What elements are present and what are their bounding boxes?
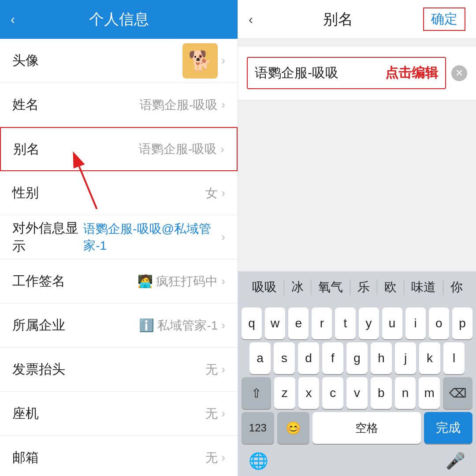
key-y[interactable]: y: [359, 307, 379, 339]
right-title: 别名: [323, 9, 353, 30]
shift-key[interactable]: ⇧: [242, 377, 271, 409]
keyboard-row-2: a s d f g h j k l: [242, 342, 472, 374]
key-r[interactable]: r: [312, 307, 332, 339]
alias-chevron: ›: [220, 142, 224, 156]
right-header: ‹ 别名 确定: [238, 0, 476, 39]
email-value: 无: [205, 450, 218, 466]
backspace-key[interactable]: ⌫: [443, 377, 472, 409]
suggestions-bar: 吸吸 冰 氧气 乐 欧 味道 你 ∨: [238, 271, 476, 303]
alias-label: 别名: [13, 140, 40, 158]
external-chevron: ›: [221, 230, 225, 244]
edit-hint-label[interactable]: 点击编辑: [385, 64, 438, 82]
gender-label: 性别: [12, 184, 39, 202]
key-e[interactable]: e: [288, 307, 309, 339]
key-u[interactable]: u: [382, 307, 402, 339]
email-chevron: ›: [221, 451, 225, 465]
avatar-image[interactable]: 🐕: [182, 43, 218, 79]
suggestion-4[interactable]: 欧: [377, 279, 404, 296]
right-back-button[interactable]: ‹: [249, 12, 253, 27]
space-key[interactable]: 空格: [312, 412, 420, 444]
email-label: 邮箱: [12, 449, 39, 467]
avatar-row[interactable]: 头像 🐕 ›: [0, 39, 238, 83]
invoice-chevron: ›: [221, 363, 225, 376]
key-o[interactable]: o: [429, 307, 449, 339]
alias-value: 语鹦企服-吸吸: [139, 141, 217, 157]
company-row[interactable]: 所属企业 ℹ️ 私域管家-1 ›: [0, 304, 238, 348]
key-p[interactable]: p: [452, 307, 472, 339]
key-d[interactable]: d: [298, 342, 319, 374]
key-n[interactable]: n: [395, 377, 416, 409]
key-z[interactable]: z: [274, 377, 295, 409]
keyboard-row-1: q w e r t y u i o p: [242, 307, 472, 339]
key-f[interactable]: f: [322, 342, 343, 374]
landline-row[interactable]: 座机 无 ›: [0, 392, 238, 436]
globe-button[interactable]: 🌐: [249, 452, 268, 470]
company-value: ℹ️ 私域管家-1: [139, 317, 218, 334]
key-m[interactable]: m: [419, 377, 440, 409]
avatar-label: 头像: [12, 52, 39, 70]
gender-row[interactable]: 性别 女 ›: [0, 171, 238, 215]
suggestion-2[interactable]: 氧气: [311, 279, 350, 296]
suggestion-3[interactable]: 乐: [350, 279, 377, 296]
name-label: 姓名: [12, 96, 39, 114]
invoice-value: 无: [205, 361, 218, 378]
gender-chevron: ›: [221, 186, 225, 200]
landline-label: 座机: [12, 405, 39, 423]
input-area: 语鹦企服-吸吸 点击编辑 ✕: [238, 46, 476, 100]
keyboard-row-4: 123 😊 空格 完成: [242, 412, 472, 444]
name-value: 语鹦企服-吸吸: [140, 97, 218, 113]
alias-input-field[interactable]: 语鹦企服-吸吸 点击编辑: [247, 57, 446, 89]
gender-value: 女: [205, 185, 218, 202]
invoice-label: 发票抬头: [12, 360, 65, 379]
suggestion-1[interactable]: 冰: [284, 279, 311, 296]
key-c[interactable]: c: [322, 377, 343, 409]
suggestions-list: 吸吸 冰 氧气 乐 欧 味道 你: [238, 279, 476, 296]
external-label: 对外信息显示: [12, 219, 83, 255]
suggestion-5[interactable]: 味道: [404, 279, 443, 296]
signature-chevron: ›: [221, 274, 225, 288]
confirm-button[interactable]: 确定: [423, 7, 465, 31]
suggestion-0[interactable]: 吸吸: [245, 279, 284, 296]
key-w[interactable]: w: [265, 307, 285, 339]
signature-label: 工作签名: [12, 272, 65, 290]
left-back-button[interactable]: ‹: [11, 12, 15, 27]
keyboard: q w e r t y u i o p a s d f g h j k l ⇧ …: [238, 303, 476, 476]
key-b[interactable]: b: [371, 377, 392, 409]
key-g[interactable]: g: [346, 342, 368, 374]
key-h[interactable]: h: [371, 342, 392, 374]
key-x[interactable]: x: [298, 377, 320, 409]
input-text-value: 语鹦企服-吸吸: [255, 64, 338, 82]
company-chevron: ›: [221, 319, 225, 332]
left-title: 个人信息: [89, 9, 149, 30]
key-l[interactable]: l: [443, 342, 465, 374]
company-label: 所属企业: [12, 316, 65, 334]
left-header: ‹ 个人信息: [0, 0, 238, 39]
landline-chevron: ›: [221, 407, 225, 420]
key-s[interactable]: s: [274, 342, 295, 374]
alias-row[interactable]: 别名 语鹦企服-吸吸 ›: [0, 127, 238, 171]
keyboard-row-3: ⇧ z x c v b n m ⌫: [242, 377, 472, 409]
profile-list: 头像 🐕 › 姓名 语鹦企服-吸吸 › 别名 语鹦企服-吸吸 ›: [0, 39, 238, 476]
email-row[interactable]: 邮箱 无 ›: [0, 436, 238, 476]
mic-button[interactable]: 🎤: [446, 452, 465, 470]
key-j[interactable]: j: [395, 342, 416, 374]
key-k[interactable]: k: [419, 342, 440, 374]
invoice-row[interactable]: 发票抬头 无 ›: [0, 348, 238, 392]
key-v[interactable]: v: [346, 377, 368, 409]
key-i[interactable]: i: [405, 307, 426, 339]
avatar-chevron: ›: [221, 54, 225, 67]
suggestion-6[interactable]: 你: [443, 279, 470, 296]
key-t[interactable]: t: [335, 307, 355, 339]
emoji-key[interactable]: 😊: [277, 412, 310, 444]
right-panel: ‹ 别名 确定 语鹦企服-吸吸 点击编辑 ✕ 吸吸 冰 氧气 乐 欧 味道 你 …: [238, 0, 476, 476]
name-row[interactable]: 姓名 语鹦企服-吸吸 ›: [0, 83, 238, 127]
key-a[interactable]: a: [249, 342, 271, 374]
signature-row[interactable]: 工作签名 🧑‍💻 疯狂打码中 ›: [0, 259, 238, 304]
key-q[interactable]: q: [242, 307, 262, 339]
clear-input-button[interactable]: ✕: [451, 65, 467, 81]
number-key[interactable]: 123: [242, 412, 274, 444]
external-row[interactable]: 对外信息显示 语鹦企服-吸吸@私域管家-1 ›: [0, 215, 238, 259]
landline-value: 无: [205, 405, 218, 422]
done-key[interactable]: 完成: [424, 412, 472, 444]
name-chevron: ›: [221, 98, 225, 112]
